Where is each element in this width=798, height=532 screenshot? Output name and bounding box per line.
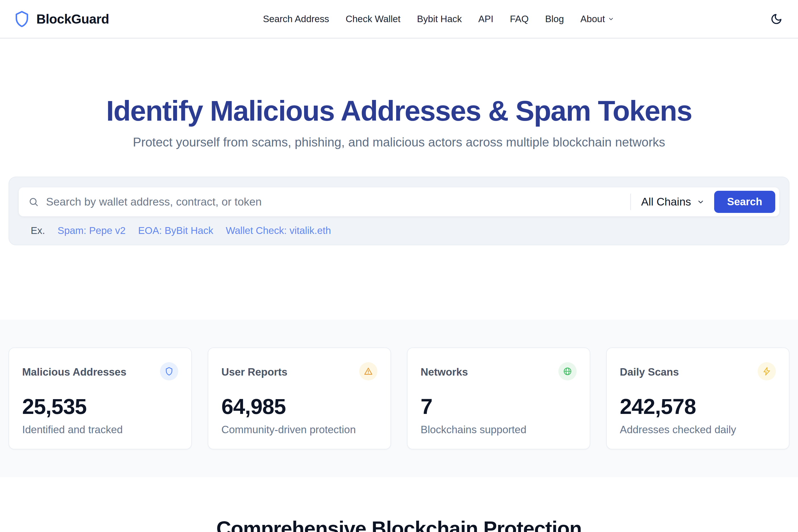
stat-label: Malicious Addresses — [22, 362, 126, 378]
page-subtitle: Protect yourself from scams, phishing, a… — [0, 135, 798, 149]
section-heading: Comprehensive Blockchain Protection — [0, 517, 798, 532]
nav-item-faq[interactable]: FAQ — [510, 14, 529, 24]
chain-select-value: All Chains — [641, 195, 691, 208]
lightning-icon — [758, 362, 776, 380]
chevron-down-icon — [608, 16, 614, 22]
nav-item-api[interactable]: API — [478, 14, 493, 24]
stat-value: 64,985 — [221, 394, 377, 419]
search-icon — [29, 197, 39, 207]
stat-value: 25,535 — [22, 394, 178, 419]
stat-caption: Community-driven protection — [221, 424, 377, 436]
theme-toggle-button[interactable] — [768, 11, 785, 27]
example-link-eoa-bybit[interactable]: EOA: ByBit Hack — [138, 225, 214, 236]
hero-section: Identify Malicious Addresses & Spam Toke… — [0, 39, 798, 149]
search-examples: Ex. Spam: Pepe v2 EOA: ByBit Hack Wallet… — [19, 225, 779, 236]
stat-card-malicious-addresses: Malicious Addresses 25,535 Identified an… — [8, 347, 192, 450]
nav-item-about[interactable]: About — [580, 14, 614, 24]
search-bar: All Chains Search — [19, 187, 779, 216]
stat-value: 242,578 — [620, 394, 776, 419]
search-panel: All Chains Search Ex. Spam: Pepe v2 EOA:… — [8, 176, 790, 245]
nav-item-bybit-hack[interactable]: Bybit Hack — [417, 14, 462, 24]
globe-icon — [558, 362, 577, 380]
stat-label: Daily Scans — [620, 362, 679, 378]
examples-prefix: Ex. — [31, 225, 45, 236]
stat-card-user-reports: User Reports 64,985 Community-driven pro… — [208, 347, 391, 450]
nav-item-blog[interactable]: Blog — [545, 14, 564, 24]
stat-caption: Blockchains supported — [421, 424, 577, 436]
nav-item-check-wallet[interactable]: Check Wallet — [346, 14, 400, 24]
search-button[interactable]: Search — [714, 191, 775, 213]
stat-label: User Reports — [221, 362, 287, 378]
chain-select-dropdown[interactable]: All Chains — [631, 195, 714, 208]
stat-card-daily-scans: Daily Scans 242,578 Addresses checked da… — [606, 347, 790, 450]
moon-icon — [770, 13, 782, 25]
warning-icon — [359, 362, 377, 380]
stat-label: Networks — [421, 362, 468, 378]
brand-logo[interactable]: BlockGuard — [13, 10, 109, 28]
example-link-spam-pepe[interactable]: Spam: Pepe v2 — [58, 225, 126, 236]
main-nav: Search Address Check Wallet Bybit Hack A… — [109, 14, 768, 24]
stat-card-networks: Networks 7 Blockchains supported — [407, 347, 590, 450]
stat-caption: Identified and tracked — [22, 424, 178, 436]
search-input[interactable] — [46, 195, 630, 208]
shield-logo-icon — [13, 10, 31, 28]
chevron-down-icon — [697, 198, 705, 206]
nav-item-search-address[interactable]: Search Address — [263, 14, 329, 24]
page-title: Identify Malicious Addresses & Spam Toke… — [0, 95, 798, 126]
stat-caption: Addresses checked daily — [620, 424, 776, 436]
stats-section: Malicious Addresses 25,535 Identified an… — [0, 320, 798, 477]
top-nav-bar: BlockGuard Search Address Check Wallet B… — [0, 0, 798, 39]
brand-name: BlockGuard — [36, 11, 109, 27]
stat-value: 7 — [421, 394, 577, 419]
shield-icon — [160, 362, 178, 380]
example-link-wallet-vitalik[interactable]: Wallet Check: vitalik.eth — [225, 225, 331, 236]
